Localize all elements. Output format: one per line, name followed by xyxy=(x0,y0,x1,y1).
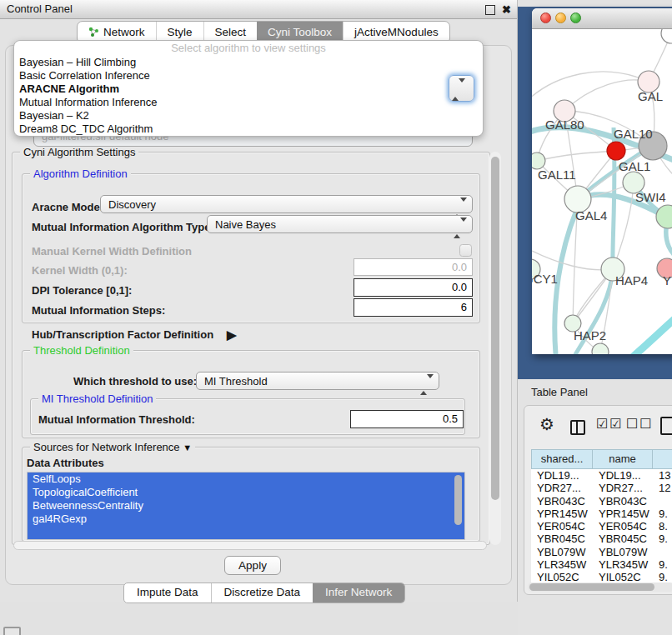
algorithm-dropdown-popup: Select algorithm to view settings Bayesi… xyxy=(13,40,484,137)
aracne-mode-combo[interactable]: Discovery xyxy=(100,195,473,213)
network-icon xyxy=(88,26,103,38)
sources-group-title: Sources for Network Inference ▼ xyxy=(30,441,195,454)
bottom-tab-impute-data[interactable]: Impute Data xyxy=(124,583,211,602)
table-row[interactable]: YPR145WYPR145W9. xyxy=(531,508,672,520)
attribute-item-topologicalcoefficient[interactable]: TopologicalCoefficient xyxy=(28,486,464,499)
table-row[interactable]: YBL079WYBL079W xyxy=(531,546,672,558)
column-header-clipped[interactable] xyxy=(653,449,672,469)
document-icon[interactable] xyxy=(660,417,672,435)
network-node[interactable] xyxy=(661,29,672,43)
data-attributes-label: Data Attributes xyxy=(27,457,104,469)
algorithm-option-bayesian-k2[interactable]: Bayesian – K2 xyxy=(14,109,483,122)
bottom-tab-infer-network[interactable]: Infer Network xyxy=(313,583,404,602)
table-cell: YDL19... xyxy=(531,469,593,482)
manual-kernel-label: Manual Kernel Width Definition xyxy=(32,245,192,258)
table-cell: YBR045C xyxy=(593,532,653,545)
algorithm-option-mutual-information-inference[interactable]: Mutual Information Inference xyxy=(14,96,483,109)
apply-button[interactable]: Apply xyxy=(224,556,281,575)
table-cell: YLR345W xyxy=(593,558,653,571)
close-icon[interactable]: ✖ xyxy=(502,2,511,18)
algorithm-option-dream8-dc-tdc-algorithm[interactable]: Dream8 DC_TDC Algorithm xyxy=(14,122,483,136)
node-attribute-table[interactable]: shared...name YDL19...YDL19...13YDR27...… xyxy=(531,449,672,584)
table-cell: YBR045C xyxy=(531,532,593,545)
table-row[interactable]: YBR043CYBR043C xyxy=(531,495,672,508)
which-threshold-label: Which threshold to use: xyxy=(73,375,197,388)
mi-threshold-group-title: MI Threshold Definition xyxy=(38,392,156,405)
table-row[interactable]: YDL19...YDL19...13 xyxy=(531,469,672,482)
mi-type-value: Naive Bayes xyxy=(215,218,276,231)
close-traffic-light-icon[interactable] xyxy=(540,12,551,23)
algorithm-option-aracne-algorithm[interactable]: ARACNE Algorithm xyxy=(14,82,483,96)
kernel-width-label: Kernel Width (0,1): xyxy=(32,264,128,277)
table-cell xyxy=(653,495,672,508)
network-desktop-background: GALGAL80GAL10GAL11GAL1GAL4SWI4GCY1HAP4YH… xyxy=(518,7,672,379)
table-row[interactable]: YLR345WYLR345W9. xyxy=(531,558,672,571)
table-cell: YLR345W xyxy=(531,558,593,571)
table-scrollbar-thumb[interactable] xyxy=(529,583,654,591)
attribute-item-betweennesscentrality[interactable]: BetweennessCentrality xyxy=(28,499,464,512)
column-header-name[interactable]: name xyxy=(593,449,653,469)
horizontal-scrollbar[interactable] xyxy=(13,541,487,550)
table-panel-region: Table Panel ⚙ ☑☑ ☐☐ shared...name YDL19.… xyxy=(518,379,672,635)
zoom-traffic-light-icon[interactable] xyxy=(570,12,581,23)
attribute-item-gal4rgexp[interactable]: gal4RGexp xyxy=(28,512,464,526)
table-cell: YDR27... xyxy=(531,482,593,494)
table-row[interactable]: YDR27...YDR27...12 xyxy=(531,482,672,494)
dpi-tolerance-label: DPI Tolerance [0,1]: xyxy=(32,284,132,297)
network-node[interactable] xyxy=(607,142,625,160)
gear-icon[interactable]: ⚙ xyxy=(539,414,554,434)
float-window-icon[interactable] xyxy=(485,5,495,15)
table-cell: YPR145W xyxy=(531,508,593,520)
table-body: YDL19...YDL19...13YDR27...YDR27...12YBR0… xyxy=(531,469,672,584)
focused-combo-arrow-fragment[interactable] xyxy=(449,75,474,102)
mi-threshold-field[interactable]: 0.5 xyxy=(350,410,464,428)
table-panel: ⚙ ☑☑ ☐☐ shared...name YDL19...YDL19...13… xyxy=(524,405,672,595)
kernel-width-field[interactable]: 0.0 xyxy=(354,258,473,276)
network-view-window[interactable]: GALGAL80GAL10GAL11GAL1GAL4SWI4GCY1HAP4YH… xyxy=(532,8,672,354)
expander-right-icon[interactable]: ▶ xyxy=(227,328,237,342)
sources-title-text: Sources for Network Inference xyxy=(33,441,180,453)
table-cell: YER054C xyxy=(593,520,653,532)
network-node[interactable] xyxy=(592,343,609,354)
data-attributes-list[interactable]: SelfLoopsTopologicalCoefficientBetweenne… xyxy=(27,472,465,540)
threshold-definition-title: Threshold Definition xyxy=(30,344,133,357)
mi-steps-field[interactable]: 6 xyxy=(354,298,473,317)
network-canvas[interactable]: GALGAL80GAL10GAL11GAL1GAL4SWI4GCY1HAP4YH… xyxy=(532,29,672,354)
which-threshold-combo[interactable]: MI Threshold xyxy=(196,372,439,390)
network-window-titlebar[interactable] xyxy=(532,8,672,29)
minimize-traffic-light-icon[interactable] xyxy=(555,12,566,23)
combo-arrows-icon xyxy=(454,199,467,217)
vertical-scrollbar[interactable] xyxy=(489,152,501,545)
expander-down-icon[interactable]: ▼ xyxy=(183,442,192,452)
hub-definition-label: Hub/Transcription Factor Definition xyxy=(32,328,213,341)
list-scrollbar-thumb[interactable] xyxy=(454,475,462,525)
checked-boxes-icon[interactable]: ☑☑ xyxy=(596,416,624,432)
table-cell: 13 xyxy=(653,469,672,482)
algorithm-option-basic-correlation-inference[interactable]: Basic Correlation Inference xyxy=(14,69,483,82)
table-cell: YPR145W xyxy=(593,508,653,520)
unchecked-boxes-icon[interactable]: ☐☐ xyxy=(626,416,654,432)
columns-icon[interactable] xyxy=(570,420,585,435)
table-horizontal-scrollbar[interactable] xyxy=(528,582,672,592)
algorithm-option-bayesian-hill-climbing[interactable]: Bayesian – Hill Climbing xyxy=(14,56,483,69)
manual-kernel-checkbox[interactable] xyxy=(459,244,472,257)
vertical-scrollbar-thumb[interactable] xyxy=(491,157,499,500)
table-cell: 12 xyxy=(653,482,672,494)
attribute-item-selfloops[interactable]: SelfLoops xyxy=(28,472,464,486)
table-row[interactable]: YBR045CYBR045C9. xyxy=(531,532,672,545)
settings-group-title: Cyni Algorithm Settings xyxy=(20,146,138,158)
combo-arrows-icon xyxy=(454,219,467,237)
mi-type-combo[interactable]: Naive Bayes xyxy=(207,215,473,233)
table-cell: YBL079W xyxy=(593,546,653,558)
table-row[interactable]: YER054CYER054C8. xyxy=(531,520,672,532)
network-node-gal11[interactable] xyxy=(532,152,545,169)
node-label-hap4: HAP4 xyxy=(615,273,648,288)
bottom-tab-discretize-data[interactable]: Discretize Data xyxy=(211,583,313,602)
column-header-shared[interactable]: shared... xyxy=(531,449,593,469)
network-graph: GALGAL80GAL10GAL11GAL1GAL4SWI4GCY1HAP4YH… xyxy=(532,29,672,354)
dpi-tolerance-field[interactable]: 0.0 xyxy=(354,278,473,297)
clipped-corner-button[interactable] xyxy=(3,627,21,635)
which-threshold-value: MI Threshold xyxy=(204,375,268,388)
node-label-gal1: GAL1 xyxy=(619,159,650,173)
attribute-item-clipped[interactable] xyxy=(28,526,464,539)
